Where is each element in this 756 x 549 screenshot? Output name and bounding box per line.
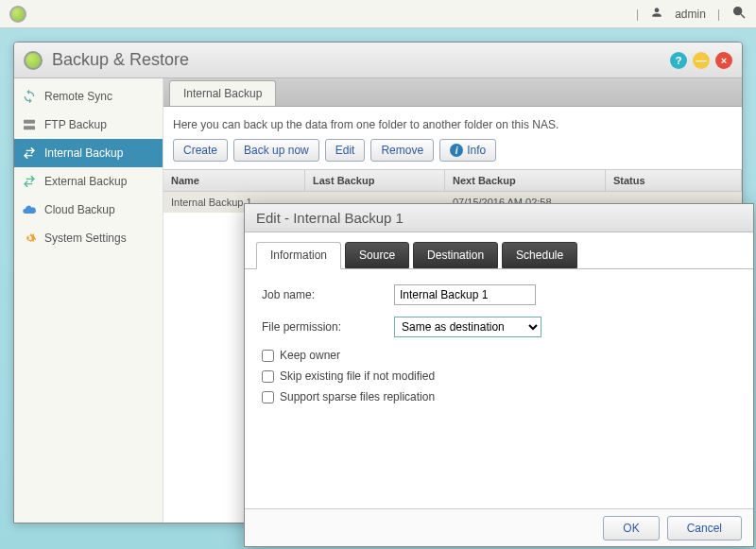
svg-point-0 — [734, 8, 742, 15]
tab-source[interactable]: Source — [345, 242, 409, 268]
col-name[interactable]: Name — [163, 170, 305, 191]
sparse-files-label: Support sparse files replication — [280, 390, 435, 403]
keep-owner-label: Keep owner — [280, 349, 340, 362]
sidebar-item-remote-sync[interactable]: Remote Sync — [14, 82, 163, 111]
table-header: Name Last Backup Next Backup Status — [163, 169, 742, 192]
remove-button[interactable]: Remove — [370, 139, 434, 162]
dialog-tabs: Information Source Destination Schedule — [245, 232, 753, 269]
dialog-footer: OK Cancel — [245, 508, 753, 546]
sidebar-item-label: External Backup — [44, 175, 127, 188]
col-last-backup[interactable]: Last Backup — [305, 170, 445, 191]
description-text: Here you can back up the data from one f… — [163, 107, 742, 139]
user-icon[interactable] — [650, 6, 663, 22]
info-button[interactable]: iInfo — [439, 139, 496, 162]
file-permission-select[interactable]: Same as destination — [394, 317, 541, 337]
sidebar-item-system-settings[interactable]: System Settings — [14, 224, 163, 252]
dialog-body: Job name: File permission: Same as desti… — [245, 269, 753, 508]
username-label[interactable]: admin — [675, 8, 706, 21]
tab-internal-backup[interactable]: Internal Backup — [169, 80, 276, 106]
separator: | — [636, 8, 639, 21]
search-icon[interactable] — [731, 5, 747, 23]
sidebar-item-external-backup[interactable]: External Backup — [14, 167, 163, 196]
tab-destination[interactable]: Destination — [413, 242, 498, 268]
sidebar-item-label: Remote Sync — [44, 90, 112, 103]
col-next-backup[interactable]: Next Backup — [445, 170, 606, 191]
tab-strip: Internal Backup — [163, 78, 742, 107]
file-permission-label: File permission: — [262, 320, 394, 334]
help-button[interactable]: ? — [670, 52, 687, 69]
info-icon: i — [450, 144, 463, 157]
edit-button[interactable]: Edit — [325, 139, 366, 162]
tab-information[interactable]: Information — [256, 242, 341, 269]
window-title: Backup & Restore — [52, 50, 189, 70]
sync-icon — [22, 89, 37, 104]
app-logo-icon — [24, 51, 43, 70]
keep-owner-checkbox[interactable] — [262, 350, 274, 362]
separator: | — [717, 8, 720, 21]
backup-now-button[interactable]: Back up now — [233, 139, 319, 162]
toolbar: Create Back up now Edit Remove iInfo — [163, 139, 742, 169]
sidebar-item-label: Cloud Backup — [44, 203, 115, 216]
arrow-swap-icon — [22, 146, 37, 161]
cancel-button[interactable]: Cancel — [667, 516, 742, 540]
skip-existing-checkbox[interactable] — [262, 370, 274, 383]
sidebar-item-cloud-backup[interactable]: Cloud Backup — [14, 196, 163, 224]
sidebar-item-label: Internal Backup — [44, 146, 123, 160]
skip-existing-label: Skip existing file if not modified — [280, 369, 435, 383]
sidebar-item-internal-backup[interactable]: Internal Backup — [14, 139, 163, 167]
svg-rect-3 — [24, 126, 35, 129]
window-titlebar[interactable]: Backup & Restore ? — × — [14, 43, 742, 78]
dialog-title[interactable]: Edit - Internal Backup 1 — [245, 204, 753, 232]
sidebar-item-label: FTP Backup — [44, 118, 107, 131]
info-label: Info — [467, 144, 486, 157]
sidebar-item-label: System Settings — [44, 232, 127, 245]
arrow-swap-icon — [22, 174, 37, 189]
sidebar-item-ftp-backup[interactable]: FTP Backup — [14, 111, 163, 139]
minimize-button[interactable]: — — [693, 52, 710, 69]
os-topbar: | admin | — [0, 0, 756, 28]
server-icon — [22, 117, 37, 132]
edit-dialog: Edit - Internal Backup 1 Information Sou… — [244, 203, 754, 547]
tab-schedule[interactable]: Schedule — [502, 242, 577, 268]
os-logo-icon[interactable] — [9, 6, 26, 23]
svg-rect-2 — [24, 120, 35, 124]
svg-line-1 — [741, 14, 745, 18]
job-name-input[interactable] — [394, 284, 536, 305]
close-button[interactable]: × — [715, 52, 732, 69]
cloud-icon — [22, 202, 37, 217]
ok-button[interactable]: OK — [603, 516, 659, 540]
job-name-label: Job name: — [262, 288, 394, 301]
create-button[interactable]: Create — [173, 139, 228, 162]
sidebar: Remote Sync FTP Backup Internal Backup E… — [14, 78, 163, 523]
gear-icon — [22, 231, 37, 246]
sparse-files-checkbox[interactable] — [262, 391, 274, 403]
col-status[interactable]: Status — [606, 170, 742, 191]
